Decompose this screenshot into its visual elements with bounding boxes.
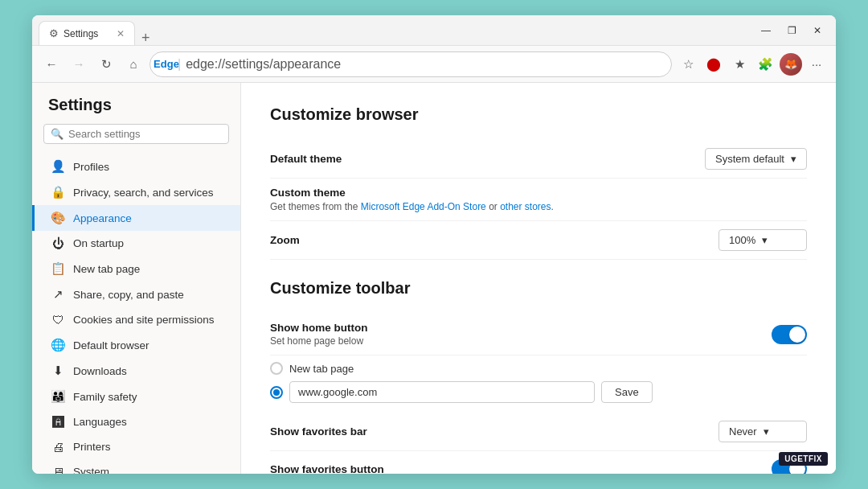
edge-addon-store-link[interactable]: Microsoft Edge Add-On Store [361,201,486,212]
sidebar-item-label-printers: Printers [73,441,111,453]
sidebar-item-label-appearance: Appearance [73,212,132,224]
sidebar-item-languages[interactable]: 🅰 Languages [32,409,240,434]
main-panel: Customize browser Default theme System d… [241,83,836,474]
favorites-icon[interactable]: ☆ [677,53,699,76]
sidebar-item-appearance[interactable]: 🎨 Appearance [32,205,240,231]
home-url-save-button[interactable]: Save [601,381,653,403]
sidebar-item-system[interactable]: 🖥 System [32,459,240,474]
search-icon: 🔍 [51,128,63,140]
show-favbar-value: Never [729,425,757,438]
other-stores-link[interactable]: other stores [500,201,551,212]
show-home-label: Show home button [270,322,367,334]
home-url-radio[interactable] [270,386,283,399]
edge-logo-icon: Edge [160,58,173,71]
sidebar-item-label-share: Share, copy, and paste [73,289,184,301]
zoom-dropdown[interactable]: 100% ▾ [719,229,807,251]
sidebar-item-label-cookies: Cookies and site permissions [73,314,215,326]
share-icon: ↗ [51,287,65,302]
dropdown-chevron-icon: ▾ [791,153,796,165]
custom-theme-desc-end: . [551,201,554,212]
refresh-button[interactable]: ↻ [95,53,117,76]
avatar-icon[interactable]: 🦊 [780,53,802,76]
zoom-row: Zoom 100% ▾ [270,221,807,260]
sidebar-item-label-privacy: Privacy, search, and services [73,187,214,199]
more-icon[interactable]: ··· [805,53,828,76]
sidebar-item-privacy[interactable]: 🔒 Privacy, search, and services [32,179,240,205]
sidebar-item-defaultbrowser[interactable]: 🌐 Default browser [32,332,240,358]
collections-icon[interactable]: ★ [728,53,751,76]
customize-toolbar-title: Customize toolbar [270,279,807,298]
new-tab-button[interactable]: + [135,31,157,45]
sidebar-item-label-system: System [73,466,109,474]
printers-icon: 🖨 [51,440,65,454]
show-home-toggle[interactable] [772,325,807,344]
sidebar-item-profiles[interactable]: 👤 Profiles [32,154,240,179]
custom-theme-desc-mid: or [486,201,500,212]
forward-button[interactable]: → [68,53,90,76]
watermark: UGETFIX [779,452,828,466]
sidebar-title: Settings [32,96,240,124]
home-url-radio-row: Save [270,378,807,406]
back-button[interactable]: ← [40,53,63,76]
home-sub: New tab page Save [270,355,807,413]
sidebar-item-label-languages: Languages [73,416,127,428]
sidebar-item-share[interactable]: ↗ Share, copy, and paste [32,281,240,307]
close-button[interactable]: ✕ [805,21,829,40]
extensions-icon[interactable]: 🧩 [754,53,776,76]
newtab-icon: 📋 [51,261,65,276]
show-home-section: Show home button Set home page below New… [270,314,807,413]
customize-browser-title: Customize browser [270,105,807,124]
show-favbar-label: Show favorites bar [270,425,367,438]
sidebar-item-label-newtab: New tab page [73,263,140,275]
zoom-value: 100% [729,234,755,246]
show-favorites-btn-label: Show favorites button [270,463,384,475]
toolbar-icons: ☆ ⬤ ★ 🧩 🦊 ··· [677,53,828,76]
home-nav-button[interactable]: ⌂ [122,53,145,76]
startup-icon: ⏻ [51,236,65,250]
sidebar-item-label-profiles: Profiles [73,161,109,173]
zoom-label: Zoom [270,234,300,246]
custom-theme-desc: Get themes from the Microsoft Edge Add-O… [270,201,807,212]
sidebar-item-label-startup: On startup [73,237,124,249]
sidebar-item-printers[interactable]: 🖨 Printers [32,434,240,459]
custom-theme-desc-pre: Get themes from the [270,201,361,212]
window-controls: — ❐ ✕ [754,21,829,40]
downloads-icon: ⬇ [51,364,65,378]
system-icon: 🖥 [51,465,65,474]
home-url-input[interactable] [289,381,595,403]
sidebar: Settings 🔍 👤 Profiles 🔒 Privacy, search,… [32,83,241,474]
default-theme-dropdown[interactable]: System default ▾ [705,148,807,170]
search-bar[interactable]: 🔍 [43,124,229,144]
search-input[interactable] [68,128,222,140]
sidebar-item-family[interactable]: 👨‍👩‍👧 Family safety [32,384,240,409]
default-theme-value: System default [715,153,784,165]
opera-icon[interactable]: ⬤ [702,53,725,76]
sidebar-item-cookies[interactable]: 🛡 Cookies and site permissions [32,307,240,332]
home-newtab-radio-row: New tab page [270,359,807,378]
favbar-chevron-icon: ▾ [764,425,769,438]
maximize-button[interactable]: ❐ [780,21,804,40]
custom-theme-label: Custom theme [270,187,807,199]
show-favbar-dropdown[interactable]: Never ▾ [719,421,807,442]
default-theme-label: Default theme [270,153,342,165]
languages-icon: 🅰 [51,415,65,429]
privacy-icon: 🔒 [51,185,65,199]
sidebar-item-downloads[interactable]: ⬇ Downloads [32,358,240,384]
tab-bar: ⚙ Settings ✕ + [39,15,747,45]
family-icon: 👨‍👩‍👧 [51,389,65,404]
show-favorites-btn-row: Show favorites button [270,451,807,474]
sidebar-item-startup[interactable]: ⏻ On startup [32,231,240,256]
tab-close-btn[interactable]: ✕ [117,28,125,39]
address-bar: ← → ↻ ⌂ Edge | edge://settings/appearanc… [32,46,836,83]
custom-theme-row: Custom theme Get themes from the Microso… [270,179,807,221]
settings-tab-icon: ⚙ [49,27,59,39]
minimize-button[interactable]: — [754,21,778,40]
home-newtab-radio[interactable] [270,362,283,375]
home-url-input-wrap: Save [289,381,653,403]
address-separator: | [178,57,181,72]
sidebar-item-label-defaultbrowser: Default browser [73,339,149,351]
sidebar-item-newtab[interactable]: 📋 New tab page [32,256,240,281]
settings-tab[interactable]: ⚙ Settings ✕ [39,21,135,45]
address-input-wrap[interactable]: Edge | edge://settings/appearance [149,51,672,77]
zoom-chevron-icon: ▾ [762,234,768,246]
